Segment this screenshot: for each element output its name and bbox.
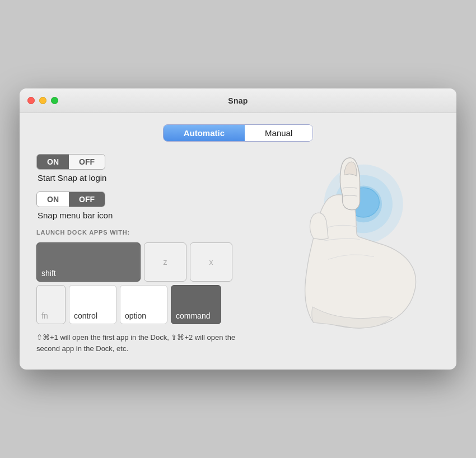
key-row-2: fn control option command [36,285,260,324]
hand-illustration [277,154,434,333]
menubar-on-button[interactable]: ON [37,192,69,207]
login-toggle-row: ON OFF Start Snap at login [36,154,260,183]
key-grid: shift z x fn control option command [36,242,260,324]
hint-text: ⇧⌘+1 will open the first app in the Dock… [36,332,260,354]
traffic-lights [27,97,58,104]
key-x[interactable]: x [190,242,232,282]
key-fn[interactable]: fn [36,285,66,324]
right-panel [272,154,440,354]
left-panel: ON OFF Start Snap at login ON OFF Snap m… [36,154,260,354]
menubar-toggle: ON OFF [36,191,105,207]
tab-automatic[interactable]: Automatic [164,125,245,141]
launch-section-label: LAUNCH DOCK APPS WITH: [36,229,260,236]
login-off-button[interactable]: OFF [69,155,105,169]
close-button[interactable] [27,97,35,104]
menubar-off-button[interactable]: OFF [69,192,105,207]
key-control[interactable]: control [69,285,116,324]
key-z[interactable]: z [144,242,186,282]
menubar-toggle-label: Snap menu bar icon [38,211,260,220]
title-bar: Snap [20,88,456,113]
menubar-toggle-row: ON OFF Snap menu bar icon [36,191,260,220]
key-row-1: shift z x [36,242,260,282]
tab-bar: Automatic Manual [36,124,440,142]
launch-section: LAUNCH DOCK APPS WITH: shift z x fn cont… [36,229,260,354]
main-area: ON OFF Start Snap at login ON OFF Snap m… [36,154,440,354]
key-command[interactable]: command [171,285,221,324]
content-area: Automatic Manual ON OFF Start Snap at lo… [20,113,456,370]
key-shift[interactable]: shift [36,242,141,282]
login-on-button[interactable]: ON [37,155,69,169]
tab-manual[interactable]: Manual [245,125,312,141]
minimize-button[interactable] [39,97,46,104]
app-window: Snap Automatic Manual ON OFF Start Snap … [20,88,456,370]
window-title: Snap [228,96,248,105]
login-toggle-label: Start Snap at login [38,173,260,183]
login-toggle: ON OFF [36,154,105,170]
maximize-button[interactable] [51,97,58,104]
key-option[interactable]: option [120,285,167,324]
tab-container: Automatic Manual [163,124,314,142]
